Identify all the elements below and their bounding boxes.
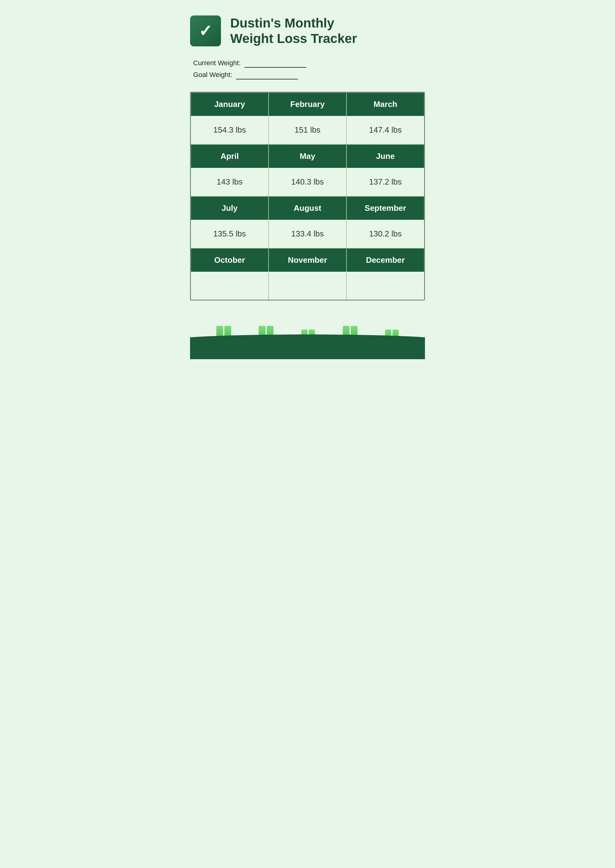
- month-header-august: August: [269, 197, 346, 220]
- goal-weight-label: Goal Weight:: [193, 71, 233, 78]
- month-cell-october: October: [191, 248, 268, 300]
- page-title: Dustin's Monthly Weight Loss Tracker: [230, 16, 357, 47]
- month-header-november: November: [269, 248, 346, 272]
- goal-weight-line: Goal Weight:: [193, 71, 425, 80]
- month-header-april: April: [191, 145, 268, 168]
- month-value-july[interactable]: 135.5 lbs: [191, 220, 268, 248]
- month-cell-january: January154.3 lbs: [191, 92, 268, 144]
- month-cell-june: June137.2 lbs: [347, 144, 424, 196]
- month-cell-march: March147.4 lbs: [347, 92, 424, 144]
- month-header-october: October: [191, 248, 268, 272]
- month-value-may[interactable]: 140.3 lbs: [269, 168, 346, 196]
- month-header-may: May: [269, 145, 346, 168]
- month-value-april[interactable]: 143 lbs: [191, 168, 268, 196]
- month-header-december: December: [347, 248, 424, 272]
- page: Dustin's Monthly Weight Loss Tracker Cur…: [169, 0, 446, 389]
- month-cell-december: December: [347, 248, 424, 300]
- current-weight-line: Current Weight:: [193, 59, 425, 68]
- month-header-september: September: [347, 197, 424, 220]
- month-header-june: June: [347, 145, 424, 168]
- month-cell-april: April143 lbs: [191, 144, 268, 196]
- month-value-march[interactable]: 147.4 lbs: [347, 116, 424, 144]
- goal-weight-field[interactable]: [236, 71, 298, 80]
- month-value-october[interactable]: [191, 272, 268, 300]
- info-section: Current Weight: Goal Weight:: [193, 59, 425, 80]
- month-value-december[interactable]: [347, 272, 424, 300]
- month-value-february[interactable]: 151 lbs: [269, 116, 346, 144]
- month-cell-august: August133.4 lbs: [268, 196, 347, 248]
- footer-decoration: [190, 310, 425, 359]
- month-value-august[interactable]: 133.4 lbs: [269, 220, 346, 248]
- month-header-february: February: [269, 93, 346, 116]
- current-weight-field[interactable]: [245, 59, 306, 68]
- month-value-november[interactable]: [269, 272, 346, 300]
- month-cell-september: September130.2 lbs: [347, 196, 424, 248]
- month-value-september[interactable]: 130.2 lbs: [347, 220, 424, 248]
- month-cell-july: July135.5 lbs: [191, 196, 268, 248]
- title-block: Dustin's Monthly Weight Loss Tracker: [230, 16, 357, 47]
- month-header-july: July: [191, 197, 268, 220]
- month-cell-may: May140.3 lbs: [268, 144, 347, 196]
- month-cell-february: February151 lbs: [268, 92, 347, 144]
- footer-ground: [190, 334, 425, 359]
- month-header-march: March: [347, 93, 424, 116]
- header: Dustin's Monthly Weight Loss Tracker: [190, 16, 425, 47]
- app-logo: [190, 16, 221, 46]
- monthly-grid: January154.3 lbsFebruary151 lbsMarch147.…: [190, 92, 425, 300]
- month-header-january: January: [191, 93, 268, 116]
- month-value-june[interactable]: 137.2 lbs: [347, 168, 424, 196]
- month-cell-november: November: [268, 248, 347, 300]
- current-weight-label: Current Weight:: [193, 59, 241, 67]
- month-value-january[interactable]: 154.3 lbs: [191, 116, 268, 144]
